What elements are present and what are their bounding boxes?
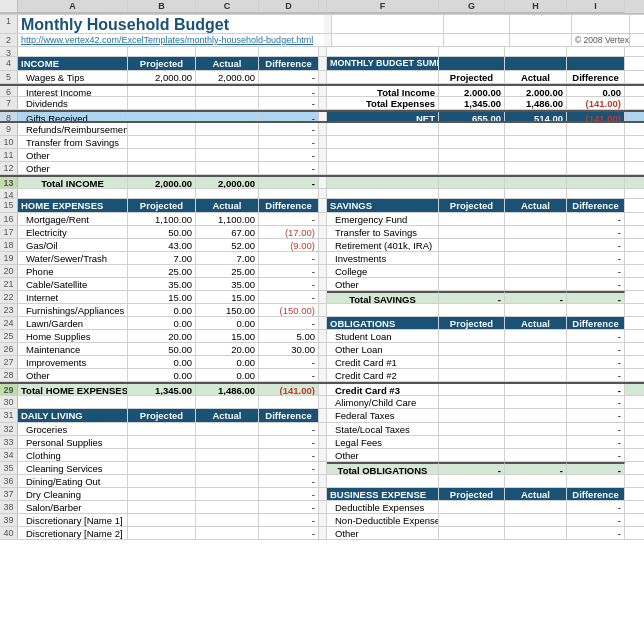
savings-header: SAVINGS (327, 199, 439, 212)
summary-total-expenses-actual: 1,486.00 (505, 97, 567, 109)
summary-actual-header: Actual (505, 71, 567, 83)
savings-row-1: Emergency Fund (327, 213, 439, 225)
summary-net-diff: (141.00) (567, 112, 625, 121)
daily-living-header: DAILY LIVING (18, 409, 128, 422)
summary-diff-header: Difference (567, 71, 625, 83)
income-total-diff: - (259, 177, 319, 188)
income-row-1-label: Wages & Tips (18, 71, 128, 83)
income-total-label: Total INCOME (18, 177, 128, 188)
summary-total-income-actual: 2,000.00 (505, 86, 567, 96)
col-a-header: A (18, 0, 128, 13)
income-row-8-label: Other (18, 162, 128, 174)
summary-header: MONTHLY BUDGET SUMMARY (327, 57, 439, 70)
col-e-header (319, 0, 327, 13)
row-number-header (0, 0, 18, 13)
copyright-text: © 2008 Vertex42 LLC (572, 34, 630, 46)
col-i-header: I (567, 0, 625, 13)
summary-net-projected: 655.00 (439, 112, 505, 121)
income-actual-header: Actual (196, 57, 259, 70)
income-row-2-diff: - (259, 86, 319, 96)
home-total-label: Total HOME EXPENSES (18, 384, 128, 395)
summary-col-label (327, 71, 439, 83)
income-row-2-label: Interest Income (18, 86, 128, 96)
income-row-7-label: Other (18, 149, 128, 161)
income-row-6-label: Transfer from Savings (18, 136, 128, 148)
savings-total-label: Total SAVINGS (327, 291, 439, 303)
spreadsheet-link[interactable]: http://www.vertex42.com/ExcelTemplates/m… (18, 34, 324, 46)
summary-net-actual: 514.00 (505, 112, 567, 121)
summary-projected-header: Projected (439, 71, 505, 83)
savings-total-diff: - (567, 291, 625, 303)
row-2-num: 2 (0, 34, 18, 46)
home-diff-header: Difference (259, 199, 319, 212)
savings-total-projected: - (439, 291, 505, 303)
summary-total-expenses-projected: 1,345.00 (439, 97, 505, 109)
income-total-projected: 2,000.00 (128, 177, 196, 188)
summary-total-income-label: Total Income (327, 86, 439, 96)
spreadsheet: A B C D F G H I 1 Monthly Household Budg… (0, 0, 644, 540)
income-row-4-diff: - (259, 112, 319, 121)
obligations-total-label: Total OBLIGATIONS (327, 462, 439, 474)
col-f-header: F (327, 0, 439, 13)
income-row-1-projected: 2,000.00 (128, 71, 196, 83)
income-row-3-diff: - (259, 97, 319, 109)
obligations-header: OBLIGATIONS (327, 317, 439, 329)
income-row-4-label: Gifts Received (18, 112, 128, 121)
home-row-1-label: Mortgage/Rent (18, 213, 128, 225)
income-projected-header: Projected (128, 57, 196, 70)
income-section-header: INCOME (18, 57, 128, 70)
income-row-1-actual: 2,000.00 (196, 71, 259, 83)
summary-total-expenses-label: Total Expenses (327, 97, 439, 109)
col-d-header: D (259, 0, 319, 13)
home-expenses-header: HOME EXPENSES (18, 199, 128, 212)
row-1-num: 1 (0, 15, 18, 33)
col-b-header: B (128, 0, 196, 13)
summary-total-expenses-diff: (141.00) (567, 97, 625, 109)
income-row-1-diff: - (259, 71, 319, 83)
col-h-header: H (505, 0, 567, 13)
summary-total-income-projected: 2,000.00 (439, 86, 505, 96)
summary-total-income-diff: 0.00 (567, 86, 625, 96)
home-projected-header: Projected (128, 199, 196, 212)
income-diff-header: Difference (259, 57, 319, 70)
spreadsheet-title: Monthly Household Budget (18, 15, 324, 33)
summary-net-label: NET (327, 112, 439, 121)
income-row-5-label: Refunds/Reimbursements (18, 123, 128, 135)
income-total-actual: 2,000.00 (196, 177, 259, 188)
savings-total-actual: - (505, 291, 567, 303)
col-c-header: C (196, 0, 259, 13)
business-header: BUSINESS EXPENSE (327, 488, 439, 500)
home-actual-header: Actual (196, 199, 259, 212)
income-row-3-label: Dividends (18, 97, 128, 109)
col-g-header: G (439, 0, 505, 13)
business-other-label: Other (327, 527, 439, 539)
